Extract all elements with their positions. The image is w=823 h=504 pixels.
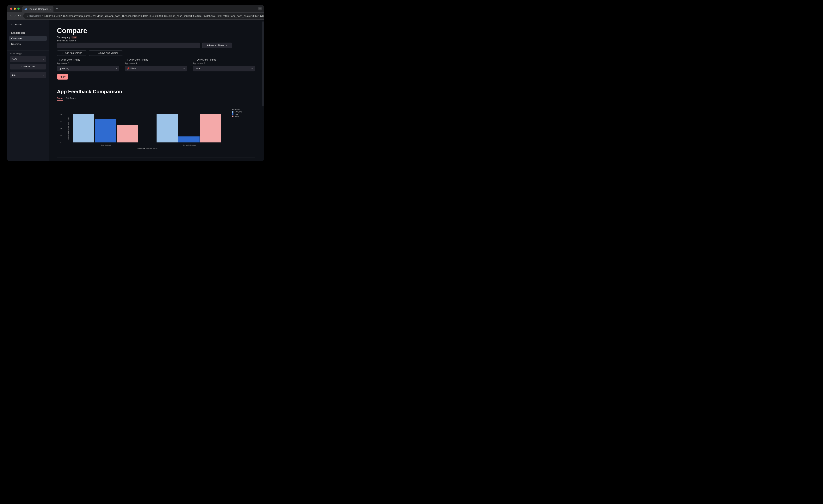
only-pinned-check-1[interactable]: Only Show Pinned <box>125 58 187 61</box>
bar-base-context-relevance <box>178 137 199 143</box>
only-pinned-label: Only Show Pinned <box>197 58 216 61</box>
remove-version-label: Remove App Version <box>97 52 118 54</box>
back-button[interactable] <box>9 13 12 18</box>
only-pinned-check-0[interactable]: Only Show Pinned <box>57 58 119 61</box>
minimize-window[interactable] <box>14 8 16 10</box>
sidebar-item-records[interactable]: Records <box>9 41 47 47</box>
only-pinned-label: Only Show Pinned <box>129 58 148 61</box>
showing-row: Showing app RAG <box>57 36 255 39</box>
add-app-version-button[interactable]: ＋ Add App Version <box>57 50 87 56</box>
info-label: Info <box>12 74 15 76</box>
app-frame: trulens Leaderboard Compare Records Sele… <box>7 20 264 161</box>
x-tick: Groundedness <box>101 144 111 146</box>
chevron-down-icon <box>42 58 44 60</box>
version-column-2: Only Show Pinned App Version 2 base <box>193 58 255 71</box>
legend-title: App Version <box>232 108 255 110</box>
favicon <box>24 8 27 10</box>
url-bar[interactable]: Not Secure 10.10.225.250:62085/Compare?a… <box>23 13 264 19</box>
bar-gpt4o_rag-context-relevance <box>157 114 178 143</box>
showing-tag: RAG <box>71 36 76 38</box>
legend-item-filtered[interactable]: filtered <box>232 115 255 117</box>
new-tab-button[interactable]: + <box>55 6 59 11</box>
version-value-0: gpt4o_rag <box>59 67 69 70</box>
reload-button[interactable] <box>18 13 21 18</box>
select-app-label: Select an app <box>10 53 46 55</box>
checkbox-icon <box>193 59 195 61</box>
only-pinned-check-2[interactable]: Only Show Pinned <box>193 58 255 61</box>
x-axis-title: Feedback Function Name <box>137 148 157 150</box>
add-version-label: Add App Version <box>65 52 83 54</box>
showing-label: Showing app <box>57 36 70 39</box>
feedback-section-title: App Feedback Comparison <box>57 89 255 95</box>
legend-label: gpt4o_rag <box>234 111 241 112</box>
version-label-1: App Version 1 <box>125 62 187 64</box>
legend-label: filtered <box>234 115 239 117</box>
chevron-down-icon <box>225 44 227 46</box>
search-label: Search App Version <box>57 39 255 42</box>
chart: avg of Feedback Function Values Feedback… <box>57 107 255 150</box>
tabs-dropdown[interactable] <box>258 7 262 10</box>
tab-strip: TruLens: Compare ✕ + <box>7 5 264 12</box>
url-text: 10.10.225.250:62085/Compare?app_name=RAG… <box>42 14 264 17</box>
sidebar: trulens Leaderboard Compare Records Sele… <box>7 20 49 161</box>
bar-filtered-groundedness <box>117 124 138 143</box>
advanced-filters-button[interactable]: Advanced Filters <box>202 43 232 48</box>
version-column-1: Only Show Pinned App Version 1 📌 filtere… <box>125 58 187 71</box>
svg-rect-0 <box>25 9 25 10</box>
version-value-1: 📌 filtered <box>127 67 137 70</box>
page-title: Compare <box>57 27 255 35</box>
legend-item-base[interactable]: base <box>232 113 255 115</box>
svg-rect-2 <box>26 8 26 10</box>
x-tick: Context Relevance <box>183 144 196 146</box>
browser-window: TruLens: Compare ✕ + Not Secure 10.10.22… <box>7 5 264 161</box>
close-window[interactable] <box>10 8 12 10</box>
sidebar-item-leaderboard[interactable]: Leaderboard <box>9 30 47 35</box>
forward-button[interactable] <box>14 13 17 18</box>
tab-graph[interactable]: Graph <box>57 96 63 101</box>
version-select-1[interactable]: 📌 filtered <box>125 66 187 71</box>
chevron-down-icon <box>115 67 117 69</box>
only-pinned-label: Only Show Pinned <box>61 58 80 61</box>
version-label-0: App Version 0 <box>57 62 119 64</box>
minus-icon: － <box>93 51 96 55</box>
refresh-data-button[interactable]: ↻ Refresh Data <box>10 64 46 69</box>
search-input[interactable] <box>57 43 200 48</box>
app-select[interactable]: RAG <box>10 56 46 62</box>
app-select-value: RAG <box>12 58 17 61</box>
remove-app-version-button[interactable]: － Remove App Version <box>89 50 123 56</box>
browser-toolbar: Not Secure 10.10.225.250:62085/Compare?a… <box>7 12 264 20</box>
legend-label: base <box>234 113 238 115</box>
close-tab-icon[interactable]: ✕ <box>49 8 51 11</box>
legend-item-gpt4o_rag[interactable]: gpt4o_rag <box>232 111 255 112</box>
version-label-2: App Version 2 <box>193 62 255 64</box>
checkbox-icon <box>57 59 59 61</box>
version-select-0[interactable]: gpt4o_rag <box>57 66 119 71</box>
info-expander[interactable]: Info <box>10 72 46 78</box>
y-tick: 0.6 <box>60 120 62 122</box>
divider <box>57 158 255 158</box>
bar-filtered-context-relevance <box>200 114 221 143</box>
window-controls <box>10 8 20 10</box>
maximize-window[interactable] <box>17 8 20 10</box>
chart-legend: App Version gpt4o_ragbasefiltered <box>232 107 255 150</box>
y-tick: 0 <box>60 142 60 144</box>
plus-icon: ＋ <box>61 51 64 55</box>
advanced-filters-label: Advanced Filters <box>207 44 224 47</box>
brand-text: trulens <box>15 23 22 26</box>
apply-button[interactable]: Apply <box>57 74 68 79</box>
browser-tab[interactable]: TruLens: Compare ✕ <box>22 6 53 12</box>
legend-swatch <box>232 111 233 112</box>
sidebar-item-compare[interactable]: Compare <box>9 36 47 41</box>
brand-logo: trulens <box>10 23 22 26</box>
tab-title: TruLens: Compare <box>28 8 48 10</box>
chart-tabs: Graph DataFrame <box>57 96 255 101</box>
security-chip[interactable]: Not Secure <box>26 14 41 17</box>
y-tick: 0.8 <box>60 113 62 115</box>
y-tick: 1 <box>60 106 60 108</box>
tab-dataframe[interactable]: DataFrame <box>66 96 76 101</box>
version-select-2[interactable]: base <box>193 66 255 71</box>
chevron-down-icon <box>251 67 253 69</box>
chevron-down-icon <box>42 74 44 76</box>
bar-gpt4o_rag-groundedness <box>73 114 94 143</box>
checkbox-icon <box>125 59 128 61</box>
